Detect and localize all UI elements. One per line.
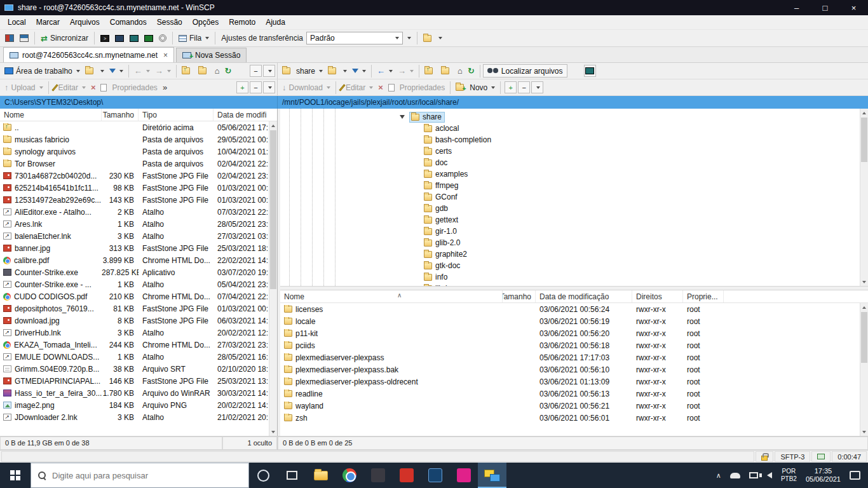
file-row[interactable]: p11-kit 03/06/2021 00:56:20 rwxr-xr-x ro… [280,327,860,339]
left-duplicate-button[interactable] [98,80,109,95]
file-row[interactable]: image2.png 184 KB Arquivo PNG 20/02/2021… [0,399,269,411]
left-filter-dropdown-button[interactable] [263,81,275,93]
menu-item[interactable]: Opções [187,16,224,29]
right-delete-button[interactable]: × [376,80,386,95]
open-terminal-button[interactable] [112,30,126,46]
menu-item[interactable]: Sessão [152,16,187,29]
right-add-button[interactable]: + [505,81,517,93]
column-header-owner[interactable]: Proprie... [683,290,724,302]
menu-item[interactable]: Local [3,16,31,29]
taskbar-search[interactable] [31,463,249,488]
left-add-button[interactable]: + [236,81,248,93]
file-row[interactable]: licenses 03/06/2021 00:56:24 rwxr-xr-x r… [280,303,860,315]
tree-node[interactable]: glib-2.0 [280,237,860,248]
photos-app-button[interactable] [421,463,449,488]
right-properties-button[interactable]: Propriedades [397,80,447,95]
file-row[interactable]: DriverHub.lnk 3 KB Atalho 20/02/2021 12: [0,327,269,339]
scroll-up-button[interactable] [860,303,868,311]
language-indicator[interactable]: POR PTB2 [776,463,801,488]
file-row[interactable]: 125314972eab292e69c... 143 KB FastStone … [0,194,269,206]
transfer-settings-combobox[interactable]: Padrão [306,32,403,44]
tray-volume-button[interactable] [763,463,776,488]
left-forward-button[interactable]: → [153,64,173,79]
left-open-directory-button[interactable] [83,64,107,79]
download-button[interactable]: ↓Download [280,80,333,95]
menu-item[interactable]: Arquivos [65,16,105,29]
menu-item[interactable]: Marcar [31,16,65,29]
tree-node[interactable]: info [280,271,860,283]
tray-cloud-button[interactable] [726,463,745,488]
synchronize-button[interactable]: ⇄ Sincronizar [38,30,91,46]
synchronize-browsing-button[interactable] [584,65,596,77]
tree-node-share[interactable]: share [280,111,860,123]
file-explorer-button[interactable] [306,463,335,488]
right-refresh-button[interactable]: ↻ [465,64,477,79]
remote-list-scrollbar[interactable] [860,303,868,436]
column-header-name[interactable]: Nome [280,290,503,302]
right-back-button[interactable]: ← [374,64,395,79]
taskbar-search-input[interactable] [52,471,241,480]
clock-indicator[interactable]: 17:35 05/06/2021 [801,463,845,488]
file-row[interactable]: synology arquivos Pasta de arquivos 10/0… [0,146,269,158]
encryption-status[interactable] [756,451,773,462]
cortana-button[interactable] [249,463,278,488]
file-row[interactable]: Ares.lnk 1 KB Atalho 28/05/2021 23: [0,218,269,230]
media-app-button[interactable] [363,463,392,488]
right-drive-selector[interactable]: share [280,64,325,79]
tree-selected-node[interactable]: share [409,112,445,123]
session-tab[interactable]: root@74260563cc4c.sn.mynetname.net × [3,47,174,62]
splitter-collapse-icon[interactable]: ∧ [397,292,402,299]
left-home-button[interactable]: ⌂ [212,64,222,79]
menu-item[interactable]: Remoto [224,16,261,29]
tree-node[interactable]: gettext [280,214,860,226]
tree-node[interactable]: certs [280,146,860,157]
file-row[interactable]: .. Diretório acima 05/06/2021 17: [0,121,269,133]
file-row[interactable]: pciids 03/06/2021 00:56:18 rwxr-xr-x roo… [280,339,860,351]
left-root-directory-button[interactable] [196,64,212,79]
winscp-taskbar-button[interactable] [478,463,506,488]
tree-node[interactable]: graphite2 [280,248,860,260]
upload-button[interactable]: ↑Upload [2,80,46,95]
file-row[interactable]: EMULE DOWNLOADS... 1 KB Atalho 28/05/202… [0,351,269,363]
right-parent-directory-button[interactable]: ↑ [422,64,438,79]
file-row[interactable]: Counter-Strike.exe - ... 1 KB Atalho 05/… [0,278,269,290]
left-filter-button[interactable] [107,64,126,79]
tree-node[interactable]: gdb [280,203,860,214]
tab-close-icon[interactable]: × [163,51,168,60]
tree-node[interactable]: examples [280,168,860,180]
column-header-date[interactable]: Data de modificação [536,290,632,302]
file-row[interactable]: readline 03/06/2021 00:56:13 rwxr-xr-x r… [280,388,860,400]
action-center-button[interactable] [845,463,865,488]
tree-node[interactable]: GConf [280,191,860,203]
scroll-down-button[interactable] [860,278,868,286]
close-button[interactable]: × [839,0,868,15]
column-header-type[interactable]: Tipo [139,109,214,121]
file-row[interactable]: 625214b416541b1fc11... 98 KB FastStone J… [0,182,269,194]
tree-node[interactable]: bash-completion [280,134,860,146]
left-remove-button[interactable]: − [250,81,262,93]
preferences-button[interactable] [156,30,169,46]
left-nav-dropdown-button[interactable] [263,65,275,77]
file-row[interactable]: wayland 03/06/2021 00:56:21 rwxr-xr-x ro… [280,400,860,412]
right-forward-button[interactable]: → [395,64,416,79]
scroll-down-button[interactable] [860,428,868,436]
file-row[interactable]: GTMEDIAPRINCIAPAL... 146 KB FastStone JP… [0,375,269,387]
left-overflow-button[interactable]: » [160,80,170,95]
tree-expander-icon[interactable] [400,115,405,119]
file-row[interactable]: musicas fabricio Pasta de arquivos 29/05… [0,133,269,146]
file-row[interactable]: balenaEtcher.lnk 3 KB Atalho 27/03/2021 … [0,230,269,242]
tree-node[interactable]: gtk-doc [280,260,860,271]
right-edit-button[interactable]: Editar [339,80,376,95]
file-row[interactable]: calibre.pdf 3.899 KB Chrome HTML Do... 2… [0,254,269,266]
menu-item[interactable]: Comandos [105,16,152,29]
scroll-up-button[interactable] [269,121,277,130]
red-app-button[interactable] [392,463,421,488]
putty-console-button[interactable]: > [98,30,112,46]
tree-node[interactable]: ffmpeg [280,180,860,191]
file-row[interactable]: CUDO CODIGOS.pdf 210 KB Chrome HTML Do..… [0,290,269,302]
right-filter-dropdown-button[interactable] [531,81,543,93]
file-row[interactable]: plexmediaserver-plexpass.bak 03/06/2021 … [280,363,860,376]
tree-scrollbar[interactable] [860,109,868,286]
task-view-button[interactable] [278,463,306,488]
left-parent-directory-button[interactable]: ↑ [179,64,196,79]
